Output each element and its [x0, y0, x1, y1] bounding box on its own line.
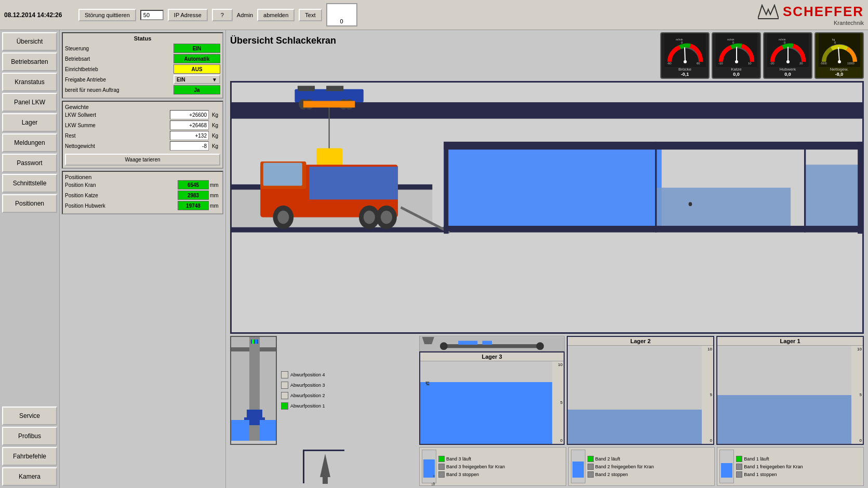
sidebar-item-panel-lkw[interactable]: Panel LKW	[2, 93, 57, 112]
gauge-nettogew-label: Nettogew.	[830, 67, 849, 72]
gauge-nettogew-svg: -5000 0 10000 kg	[819, 33, 860, 67]
lager3-bar-area: 🏗	[420, 361, 552, 444]
sidebar-item-meldungen[interactable]: Meldungen	[2, 133, 57, 152]
band2-info: Band 2 läuft Band 2 freigegeben für Kran…	[587, 450, 713, 483]
sidebar-item-lager[interactable]: Lager	[2, 113, 57, 132]
band3-freigabe-label: Band 3 freigegeben für Kran	[446, 464, 505, 469]
band1-freigabe-row: Band 1 freigegeben für Kran	[736, 464, 861, 470]
lower-section: Abwurfposition 4 Abwurfposition 3 Abwurf…	[230, 336, 864, 445]
lager1-scale: 10 5 0	[851, 346, 863, 444]
main-layout: Übersicht Betriebsarten Kranstatus Panel…	[0, 30, 868, 488]
svg-rect-65	[444, 226, 862, 231]
lkw-sollwert-label: LKW Sollwert	[65, 112, 169, 118]
band1-freigabe-label: Band 1 freigegeben für Kran	[744, 464, 803, 469]
svg-rect-84	[444, 344, 540, 348]
pos-kran-row: Position Kran 6545 mm	[65, 180, 220, 189]
lager2-panel: Lager 2 10 5 0	[567, 336, 714, 445]
svg-point-85	[440, 342, 448, 350]
band3-freigabe-indicator	[438, 464, 445, 470]
pos-katze-unit: mm	[210, 193, 220, 198]
band2-bar-fill	[572, 462, 584, 478]
crane-position-box	[303, 450, 344, 483]
band3-scale-0: 0	[433, 475, 435, 478]
lkw-summe-label: LKW Summe	[65, 123, 169, 128]
lager3-crane-icon: 🏗	[425, 382, 430, 386]
pos-kran-unit: mm	[210, 182, 220, 188]
lager3-fill	[420, 382, 552, 444]
lager1-fill	[717, 395, 851, 444]
lager2-scale-5: 5	[710, 392, 712, 397]
svg-point-24	[838, 60, 841, 63]
sidebar-item-schnittstelle[interactable]: Schnittstelle	[2, 174, 57, 193]
abwurf-pos-2[interactable]: Abwurfposition 2	[281, 392, 325, 399]
lager2-content: 10 5 0	[568, 346, 713, 444]
brand-name: SCHEFFER	[783, 4, 864, 20]
sidebar-item-profibus[interactable]: Profibus	[2, 427, 57, 445]
betriebsart-val: Automatik	[173, 54, 220, 63]
gauge-katze-svg: -10 0 10 m/min	[716, 33, 757, 67]
sidebar-item-kranstatus[interactable]: Kranstatus	[2, 73, 57, 91]
band3-mini-bar: 10 5 0	[422, 450, 436, 483]
svg-point-86	[536, 342, 544, 350]
gauge-bruecke-value: -0,1	[681, 72, 689, 77]
lager2-scale-10: 10	[707, 347, 712, 351]
gauge-bruecke-svg: -60 0 60 m/min	[664, 33, 706, 67]
band1-mini-bar	[719, 450, 734, 483]
tarieren-btn[interactable]: Waage tarieren	[65, 154, 220, 166]
band2-freigabe-label: Band 2 freigegeben für Kran	[595, 464, 654, 469]
band1-status: Band 1 läuft Band 1 freigegeben für Kran…	[717, 447, 864, 486]
gewichte-box: Gewichte LKW Sollwert +26600 Kg LKW Summ…	[62, 101, 223, 169]
band-status-row: 10 5 0 Band 3 läuft Band 3 freigegeben f…	[230, 447, 864, 486]
stoerung-btn[interactable]: Störung quittieren	[78, 9, 136, 21]
band1-lauft-indicator	[736, 456, 742, 462]
lager1-scale-5: 5	[860, 392, 862, 397]
sidebar-item-positionen[interactable]: Positionen	[2, 194, 57, 213]
band1-stoppen-indicator	[736, 471, 742, 478]
pos-hubwerk-unit: mm	[210, 203, 220, 209]
sidebar-item-kamera[interactable]: Kamera	[2, 467, 57, 486]
lager3-scale-5: 5	[560, 400, 563, 405]
gauge-hubwerk: -20 0 20 m/min Hubwerk 0,0	[763, 32, 812, 79]
abwurf-pos-1[interactable]: Abwurfposition 1	[281, 402, 325, 410]
sidebar-item-betriebsarten[interactable]: Betriebsarten	[2, 52, 57, 71]
lager2-bar-area	[568, 346, 702, 444]
bereit-label: bereit für neuen Auftrag	[65, 87, 172, 93]
abwurf-area: Abwurfposition 4 Abwurfposition 3 Abwurf…	[230, 336, 417, 445]
band3-info: Band 3 läuft Band 3 freigegeben für Kran…	[438, 450, 564, 483]
ip-adresse-btn[interactable]: IP Adresse	[168, 9, 208, 21]
steuerung-label: Steuerung	[65, 46, 172, 51]
gewichte-title: Gewichte	[65, 104, 220, 110]
lager3-scale-0: 0	[560, 438, 563, 443]
gauge-hubwerk-label: Hubwerk	[780, 67, 796, 72]
text-btn[interactable]: Text	[299, 9, 322, 21]
svg-rect-53	[263, 162, 302, 185]
sidebar-item-passwort[interactable]: Passwort	[2, 154, 57, 172]
abmelden-btn[interactable]: abmelden	[257, 9, 295, 21]
freigabe-val[interactable]: EIN▼	[173, 75, 220, 84]
svg-rect-62	[444, 148, 661, 227]
lkw-sollwert-val: +26600	[170, 110, 209, 119]
lager1-bar-area	[717, 346, 851, 444]
sidebar-item-service[interactable]: Service	[2, 406, 57, 425]
sidebar-item-fahrbefehle[interactable]: Fahrbefehle	[2, 447, 57, 466]
lager2-scale: 10 5 0	[702, 346, 713, 444]
band2-stoppen-indicator	[587, 471, 594, 478]
abwurf-label-3: Abwurfposition 3	[290, 383, 325, 388]
lager1-title: Lager 1	[717, 337, 863, 346]
svg-rect-60	[309, 167, 398, 199]
question-btn[interactable]: ?	[212, 9, 233, 21]
abwurf-pos-4[interactable]: Abwurfposition 4	[281, 371, 325, 378]
svg-text:m/min: m/min	[727, 38, 735, 41]
lkw-sollwert-unit: Kg	[210, 112, 220, 118]
abwurf-pos-3[interactable]: Abwurfposition 3	[281, 382, 325, 389]
band3-stoppen-label: Band 3 stoppen	[446, 472, 479, 477]
pos-katze-row: Position Katze 2983 mm	[65, 191, 220, 200]
band1-bar-fill	[721, 463, 732, 478]
netto-val: -8	[170, 141, 209, 151]
band2-freigabe-indicator	[587, 464, 594, 470]
sidebar-item-uebersicht[interactable]: Übersicht	[2, 32, 57, 51]
ip-input[interactable]	[140, 10, 164, 20]
abwurf-indicator-4	[281, 371, 288, 378]
gauge-katze-value: 0,0	[733, 72, 740, 77]
band1-lauft-label: Band 1 läuft	[744, 456, 769, 462]
